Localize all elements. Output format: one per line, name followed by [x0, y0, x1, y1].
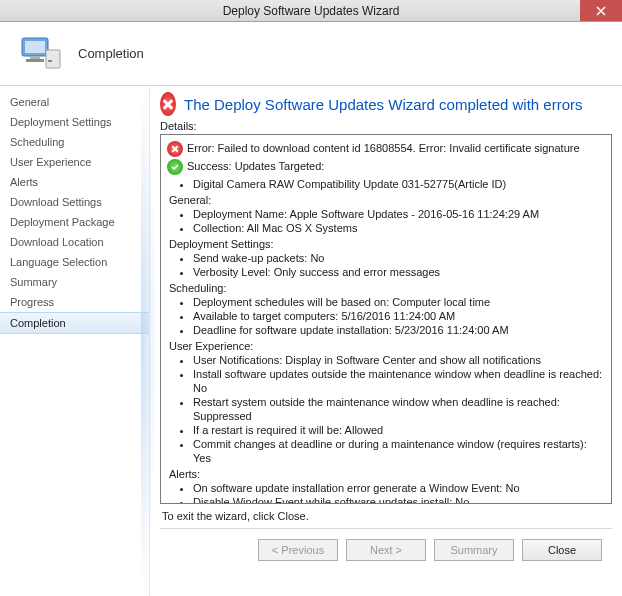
wizard-header: Completion: [0, 22, 622, 86]
svg-rect-1: [25, 41, 45, 53]
nav-item-download-location[interactable]: Download Location: [0, 232, 149, 252]
section-title: General:: [169, 193, 605, 207]
next-button: Next >: [346, 539, 426, 561]
list-item: Restart system outside the maintenance w…: [193, 395, 605, 423]
titlebar: Deploy Software Updates Wizard: [0, 0, 622, 22]
nav-item-deployment-package[interactable]: Deployment Package: [0, 212, 149, 232]
error-icon: [167, 141, 183, 157]
nav-item-completion[interactable]: Completion: [0, 312, 149, 334]
nav-item-user-experience[interactable]: User Experience: [0, 152, 149, 172]
section-title: Alerts:: [169, 467, 605, 481]
page-heading: Completion: [78, 46, 144, 61]
list-item: Deployment Name: Apple Software Updates …: [193, 207, 605, 221]
summary-button: Summary: [434, 539, 514, 561]
wizard-footer: < Previous Next > Summary Close: [160, 528, 612, 561]
close-button[interactable]: Close: [522, 539, 602, 561]
list-item: Verbosity Level: Only success and error …: [193, 265, 605, 279]
success-title: Success: Updates Targeted:: [187, 159, 324, 173]
details-label: Details:: [160, 120, 612, 132]
wizard-main: The Deploy Software Updates Wizard compl…: [150, 86, 622, 596]
list-item: Install software updates outside the mai…: [193, 367, 605, 395]
details-panel[interactable]: Error: Failed to download content id 168…: [160, 134, 612, 504]
section-title: User Experience:: [169, 339, 605, 353]
list-item: User Notifications: Display in Software …: [193, 353, 605, 367]
list-item: Collection: All Mac OS X Systems: [193, 221, 605, 235]
list-item: Deadline for software update installatio…: [193, 323, 605, 337]
exit-hint: To exit the wizard, click Close.: [162, 510, 610, 522]
nav-item-download-settings[interactable]: Download Settings: [0, 192, 149, 212]
window-title: Deploy Software Updates Wizard: [223, 4, 400, 18]
nav-item-general[interactable]: General: [0, 92, 149, 112]
section-title: Scheduling:: [169, 281, 605, 295]
nav-item-summary[interactable]: Summary: [0, 272, 149, 292]
nav-item-alerts[interactable]: Alerts: [0, 172, 149, 192]
computer-icon: [16, 30, 64, 78]
svg-rect-3: [26, 59, 44, 62]
nav-item-deployment-settings[interactable]: Deployment Settings: [0, 112, 149, 132]
nav-item-progress[interactable]: Progress: [0, 292, 149, 312]
svg-rect-4: [46, 50, 60, 68]
close-icon[interactable]: [580, 0, 622, 21]
list-item: On software update installation error ge…: [193, 481, 605, 495]
status-message: The Deploy Software Updates Wizard compl…: [184, 96, 583, 113]
wizard-nav: GeneralDeployment SettingsSchedulingUser…: [0, 86, 150, 596]
error-icon: [160, 92, 176, 116]
list-item: Commit changes at deadline or during a m…: [193, 437, 605, 465]
success-icon: [167, 159, 183, 175]
svg-rect-5: [48, 60, 52, 62]
svg-rect-2: [30, 56, 40, 59]
list-item: Deployment schedules will be based on: C…: [193, 295, 605, 309]
section-title: Deployment Settings:: [169, 237, 605, 251]
list-item: Disable Window Event while software upda…: [193, 495, 605, 504]
list-item: Send wake-up packets: No: [193, 251, 605, 265]
list-item: Digital Camera RAW Compatibility Update …: [193, 177, 605, 191]
list-item: Available to target computers: 5/16/2016…: [193, 309, 605, 323]
list-item: If a restart is required it will be: All…: [193, 423, 605, 437]
previous-button: < Previous: [258, 539, 338, 561]
nav-item-language-selection[interactable]: Language Selection: [0, 252, 149, 272]
nav-item-scheduling[interactable]: Scheduling: [0, 132, 149, 152]
error-text: Error: Failed to download content id 168…: [187, 141, 580, 155]
